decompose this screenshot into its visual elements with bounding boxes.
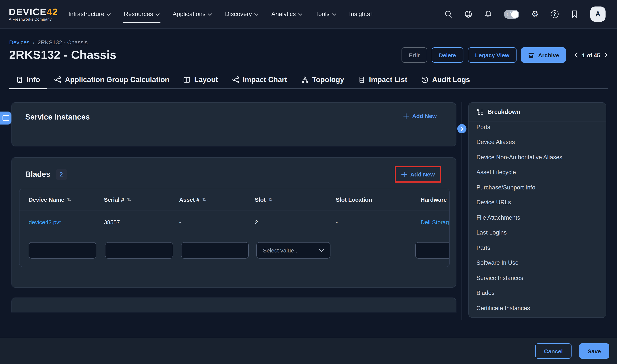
breakdown-item-purchase-support-info[interactable]: Purchase/Support Info [469,180,606,195]
nav-item-analytics[interactable]: Analytics [271,0,302,29]
blades-add-new-button[interactable]: Add New [401,171,435,178]
nav-item-applications[interactable]: Applications [173,0,212,29]
breakdown-title: Breakdown [487,108,521,115]
breakdown-item-ports[interactable]: Ports [469,121,606,135]
filter-input-hardware[interactable] [415,242,450,259]
save-footer-bar: Cancel Save [0,338,617,364]
share-network-icon [54,76,62,84]
nav-item-resources[interactable]: Resources [124,0,160,29]
service-instances-add-new-button[interactable]: Add New [403,113,437,119]
search-icon[interactable] [444,10,453,18]
help-icon[interactable]: ? [551,10,559,18]
tab-impact-list[interactable]: Impact List [351,70,414,89]
delete-button[interactable]: Delete [432,47,463,63]
annotation-highlight-box: Add New [395,166,441,182]
device42-logo[interactable]: DEVICE42 A Freshworks Company [9,7,62,21]
breakdown-item-blades[interactable]: Blades [469,286,606,301]
chevron-down-icon [208,13,212,16]
left-panel-toggle-button[interactable] [0,112,12,125]
breakdown-item-service-instances[interactable]: Service Instances [469,270,606,286]
logo-tagline: A Freshworks Company [9,17,62,21]
breakdown-item-asset-lifecycle[interactable]: Asset Lifecycle [469,165,606,180]
edit-button[interactable]: Edit [402,47,427,63]
asset-cell: - [170,210,246,234]
breakdown-item-certificate-instances[interactable]: Certificate Instances [469,301,606,316]
sort-icon[interactable]: ⇅ [67,197,71,202]
next-section-card-clipped [12,298,456,312]
breakdown-item-device-urls[interactable]: Device URLs [469,195,606,210]
record-pagination: 1 of 45 [574,52,608,58]
navbar-icons: ☾✦ ⚙ ? A [444,6,605,22]
tree-list-icon [476,108,484,116]
filter-select-slot[interactable]: Select value... [256,242,330,259]
breakdown-item-device-aliases[interactable]: Device Aliases [469,135,606,150]
next-record-icon[interactable] [604,52,608,58]
nav-item-discovery[interactable]: Discovery [225,0,258,29]
slot-cell: 2 [246,210,327,234]
chevron-down-icon [156,13,160,16]
nav-item-infrastructure[interactable]: Infrastructure [68,0,111,29]
bookmark-icon[interactable] [570,10,579,18]
service-instances-card: Service Instances Add New [12,102,456,146]
column-header-device-name[interactable]: Device Name⇅ [19,189,95,210]
breakdown-item-file-attachments[interactable]: File Attachments [469,210,606,225]
share-network-icon [232,76,239,84]
breakdown-item-software-in-use[interactable]: Software In Use [469,255,606,270]
table-filter-row: Select value... [19,234,449,267]
blades-count-badge: 2 [56,169,67,180]
blades-header: Blades 2 Add New [12,158,456,182]
blades-table: Device Name⇅ Serial #⇅ Asset #⇅ Slot⇅ Sl… [19,189,450,267]
sort-icon[interactable]: ⇅ [127,197,131,202]
moon-icon: ☾ [506,11,510,17]
tab-info[interactable]: Info [9,70,47,89]
user-avatar[interactable]: A [590,6,605,22]
filter-input-asset[interactable] [181,242,249,259]
layout-grid-icon [183,76,191,84]
hardware-link[interactable]: Dell Storage [421,219,450,225]
save-button[interactable]: Save [579,343,609,359]
panel-divider [461,102,462,320]
main-nav: Infrastructure Resources Applications Di… [68,0,374,29]
theme-toggle[interactable]: ☾✦ [504,10,519,19]
tab-impact-chart[interactable]: Impact Chart [225,70,294,89]
page-actions: Edit Delete Legacy View Archive 1 of 45 [402,47,608,63]
stacked-list-icon [358,76,366,84]
breakdown-item-last-logins[interactable]: Last Logins [469,225,606,240]
tab-layout[interactable]: Layout [176,70,225,89]
nav-item-insights[interactable]: Insights+ [349,0,374,29]
device-name-link[interactable]: device42.pvt [29,219,61,225]
chevron-down-icon [332,13,336,16]
breakdown-item-parts[interactable]: Parts [469,240,606,255]
globe-icon[interactable] [464,10,473,18]
nav-item-tools[interactable]: Tools [315,0,336,29]
collapse-panel-button[interactable] [457,124,466,133]
sort-icon[interactable]: ⇅ [202,197,207,202]
breakdown-item-device-non-authoritative-aliases[interactable]: Device Non-Authoritative Aliases [469,150,606,165]
column-header-slot[interactable]: Slot⇅ [246,189,327,210]
bell-icon[interactable] [484,10,492,18]
settings-gear-icon[interactable]: ⚙ [531,10,539,18]
archive-icon [528,52,535,58]
column-header-serial[interactable]: Serial #⇅ [95,189,170,210]
plus-icon [401,171,407,177]
column-header-hardware: Hardware [411,189,450,210]
prev-record-icon[interactable] [574,52,578,58]
chevron-down-icon [298,13,302,16]
filter-input-device-name[interactable] [29,242,96,259]
table-row: device42.pvt 38557 - 2 - Dell Storage [19,210,449,234]
cancel-button[interactable]: Cancel [535,343,572,359]
column-header-asset[interactable]: Asset #⇅ [170,189,246,210]
column-header-slot-location: Slot Location [327,189,411,210]
breakdown-header: Breakdown [469,103,606,121]
archive-button[interactable]: Archive [521,47,566,63]
tab-bar: Info Application Group Calculation Layou… [0,70,617,89]
tab-audit-logs[interactable]: Audit Logs [414,70,477,89]
filter-input-serial[interactable] [105,242,173,259]
breadcrumb-current: 2RKS132 - Chassis [38,39,88,45]
tab-topology[interactable]: Topology [294,70,351,89]
chevron-right-icon [460,126,464,131]
sort-icon[interactable]: ⇅ [268,197,273,202]
legacy-view-button[interactable]: Legacy View [468,47,517,63]
breadcrumb-devices-link[interactable]: Devices [9,39,30,45]
tab-application-group-calculation[interactable]: Application Group Calculation [47,70,176,89]
